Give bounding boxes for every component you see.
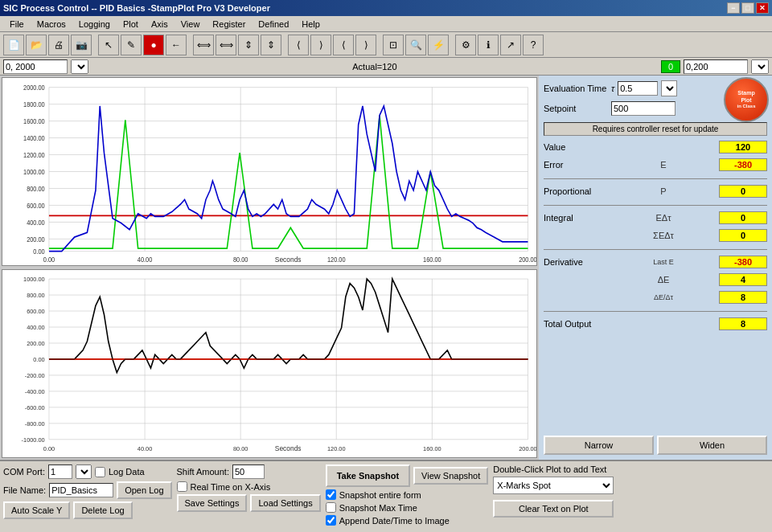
info-button[interactable]: ℹ: [478, 35, 499, 55]
svg-text:1000.00: 1000.00: [23, 276, 45, 283]
narrow-button[interactable]: Narrow: [544, 436, 654, 455]
export-button[interactable]: ↗: [500, 35, 521, 55]
eval-time-input[interactable]: [618, 81, 658, 96]
bottom-right: Double-Click Plot to add Text X-Marks Sp…: [493, 464, 614, 529]
log-data-label: Log Data: [109, 467, 145, 477]
com-port-input[interactable]: [48, 464, 72, 479]
x-marks-select[interactable]: X-Marks Spot: [493, 477, 614, 494]
menu-view[interactable]: View: [175, 18, 207, 31]
auto-scale-button[interactable]: Auto Scale Y: [3, 501, 70, 519]
svg-text:-600.00: -600.00: [25, 404, 45, 411]
proportional-row: Proportional P 0: [544, 185, 767, 198]
error-symbol: E: [647, 160, 680, 170]
append-date-row: Append Date/Time to Image: [326, 515, 489, 526]
cursor-button[interactable]: ↖: [98, 35, 119, 55]
menu-register[interactable]: Register: [206, 18, 252, 31]
integral-row2: ΣEΔτ 0: [544, 229, 767, 242]
widen-button[interactable]: Widen: [657, 436, 767, 455]
log-data-checkbox[interactable]: [95, 467, 105, 477]
svg-text:Seconds: Seconds: [275, 256, 302, 264]
svg-text:160.00: 160.00: [423, 256, 441, 264]
integral-label: Integral: [544, 213, 608, 223]
range-dropdown[interactable]: [71, 59, 88, 74]
value-bar: Actual=120 0: [0, 58, 772, 76]
snapshot-max-row: Snapshot Max Time: [326, 502, 489, 513]
com-port-dropdown[interactable]: [76, 464, 92, 479]
minimize-button[interactable]: −: [727, 2, 740, 14]
fit-button[interactable]: ⊡: [383, 35, 404, 55]
menu-help[interactable]: Help: [295, 18, 326, 31]
error-row: Error E -380: [544, 158, 767, 171]
clear-text-button[interactable]: Clear Text on Plot: [493, 500, 614, 518]
narrow-widen-bar: Narrow Widen: [544, 432, 767, 455]
take-snapshot-button[interactable]: Take Snapshot: [326, 464, 410, 487]
open-log-button[interactable]: Open Log: [117, 481, 171, 499]
zoom-in-v[interactable]: ⇕: [238, 35, 259, 55]
range-input-right[interactable]: [684, 59, 748, 74]
real-time-checkbox[interactable]: [177, 481, 187, 492]
svg-text:80.00: 80.00: [233, 445, 248, 452]
tau-symbol: τ: [611, 84, 614, 93]
draw-button[interactable]: ✎: [121, 35, 142, 55]
double-click-label: Double-Click Plot to add Text: [493, 464, 606, 474]
real-time-label: Real Time on X-Axis: [191, 482, 271, 492]
open-button[interactable]: 📂: [26, 35, 47, 55]
range-dropdown-right[interactable]: [751, 59, 769, 74]
total-output-label: Total Output: [544, 319, 608, 329]
zoom-out-h[interactable]: ⟺: [216, 35, 236, 55]
pan-left[interactable]: ⟨: [288, 35, 309, 55]
help-button[interactable]: ?: [523, 35, 544, 55]
stop-button[interactable]: ●: [143, 35, 164, 55]
status-indicator: 0: [661, 60, 680, 73]
zoom-box[interactable]: 🔍: [405, 35, 426, 55]
bottom-left: COM Port: Log Data File Name: Open Log A…: [3, 464, 172, 529]
app-title: SIC Process Control -- PID Basics -Stamp…: [3, 3, 270, 13]
menu-axis[interactable]: Axis: [145, 18, 175, 31]
shift-amount-input[interactable]: [232, 464, 265, 479]
svg-text:-400.00: -400.00: [25, 388, 45, 395]
menu-macros[interactable]: Macros: [31, 18, 72, 31]
print-button[interactable]: 🖨: [48, 35, 69, 55]
menu-plot[interactable]: Plot: [117, 18, 145, 31]
svg-text:-1000.00: -1000.00: [22, 436, 45, 444]
back-button[interactable]: ←: [166, 35, 187, 55]
charts-area: 2000.00 1800.00 1600.00 1400.00 1200.00 …: [0, 76, 539, 460]
right-panel: Stamp Plot in Class Evaluation Time τ Se…: [539, 76, 772, 460]
zoom-out-v[interactable]: ⇕: [261, 35, 281, 55]
pan-down[interactable]: ⟩: [355, 35, 376, 55]
maximize-button[interactable]: □: [741, 2, 754, 14]
value-label: Value: [544, 142, 608, 152]
pan-right[interactable]: ⟩: [310, 35, 331, 55]
menu-file[interactable]: File: [3, 18, 31, 31]
save-settings-button[interactable]: Save Settings: [177, 494, 248, 512]
delete-log-button[interactable]: Delete Log: [73, 501, 132, 519]
svg-text:0.00: 0.00: [43, 445, 55, 452]
eval-time-dropdown[interactable]: [661, 80, 677, 96]
new-button[interactable]: 📄: [3, 35, 24, 55]
svg-text:2000.00: 2000.00: [23, 84, 45, 92]
snapshot-max-checkbox[interactable]: [326, 502, 336, 513]
range-input[interactable]: [3, 59, 68, 74]
dedt-symbol: ΔE/Δτ: [647, 293, 680, 301]
derivative-display3: 8: [719, 291, 767, 304]
view-snapshot-button[interactable]: View Snapshot: [413, 467, 488, 485]
snapshot-entire-label: Snapshot entire form: [339, 490, 421, 500]
close-button[interactable]: ✕: [756, 2, 769, 14]
svg-text:1400.00: 1400.00: [23, 135, 45, 142]
top-chart: 2000.00 1800.00 1600.00 1400.00 1200.00 …: [2, 77, 537, 266]
connect-button[interactable]: ⚡: [428, 35, 449, 55]
pan-up[interactable]: ⟨: [333, 35, 354, 55]
menu-logging[interactable]: Logging: [72, 18, 117, 31]
menu-defined[interactable]: Defined: [252, 18, 295, 31]
error-label: Error: [544, 160, 608, 170]
settings-button[interactable]: ⚙: [455, 35, 476, 55]
p-symbol: P: [647, 186, 680, 196]
setpoint-input[interactable]: [611, 101, 676, 116]
screenshot-button[interactable]: 📷: [71, 35, 92, 55]
append-date-checkbox[interactable]: [326, 515, 336, 526]
zoom-in-h[interactable]: ⟺: [193, 35, 214, 55]
svg-text:600.00: 600.00: [27, 203, 45, 210]
file-name-input[interactable]: [49, 483, 113, 497]
snapshot-entire-checkbox[interactable]: [326, 489, 336, 500]
load-settings-button[interactable]: Load Settings: [250, 494, 320, 512]
